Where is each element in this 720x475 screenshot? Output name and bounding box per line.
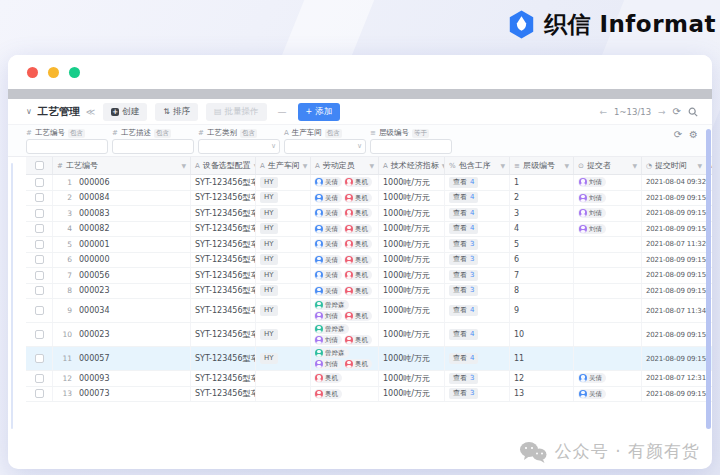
- column-header-工艺编号[interactable]: #工艺编号▼: [53, 157, 191, 174]
- person-name: 奥机: [355, 287, 368, 295]
- view-processes-button[interactable]: 查看3: [449, 270, 478, 281]
- column-header-包含工序[interactable]: %包含工序▼: [445, 157, 510, 174]
- table-row[interactable]: 8000023SYT-123456型车床HY吴倩奥机1000吨/万元查看3820…: [26, 284, 712, 300]
- window-close-button[interactable]: [27, 67, 38, 78]
- view-label: 查看: [453, 239, 467, 250]
- process-count: 4: [470, 177, 474, 188]
- table-row[interactable]: 3000083SYT-123456型车床HY吴倩奥机1000吨/万元查看43刘倩…: [26, 206, 712, 222]
- table-row[interactable]: 1000006SYT-123456型车床HY吴倩奥机1000吨/万元查看41刘倩…: [26, 175, 712, 191]
- filter-operator-tag: 包含: [154, 129, 171, 138]
- filter-input[interactable]: [370, 139, 452, 154]
- create-button[interactable]: + 创建: [103, 103, 147, 121]
- chevron-down-icon[interactable]: ▼: [181, 162, 186, 169]
- site-header: 织信 Informat: [0, 0, 720, 48]
- table-row[interactable]: 9000034SYT-123456型车床HY曾烨森刘倩奥机1000吨/万元查看4…: [26, 299, 712, 323]
- table-row[interactable]: 13000073SYT-123456型车床奥机1000吨/万元查看313吴倩20…: [26, 387, 712, 403]
- column-header-层级编号[interactable]: ≡层级编号▼: [510, 157, 574, 174]
- row-checkbox[interactable]: [35, 178, 44, 187]
- view-processes-button[interactable]: 查看3: [449, 239, 478, 250]
- vertical-scrollbar[interactable]: [706, 129, 711, 429]
- chevron-down-icon[interactable]: ▼: [303, 162, 308, 169]
- row-checkbox[interactable]: [35, 224, 44, 233]
- person-name: 奥机: [355, 178, 368, 186]
- select-all-checkbox[interactable]: [35, 161, 44, 170]
- row-checkbox[interactable]: [35, 271, 44, 280]
- toolbar-title-group: ∨ 工艺管理 ≪: [26, 105, 95, 119]
- column-header-生产车间[interactable]: A生产车间▼: [256, 157, 311, 174]
- view-processes-button[interactable]: 查看3: [449, 285, 478, 296]
- labor-cell: 吴倩奥机: [311, 175, 379, 190]
- view-processes-button[interactable]: 查看4: [449, 177, 478, 188]
- device-config-cell: SYT-123456型车床: [191, 323, 256, 346]
- gear-icon[interactable]: ⚙: [689, 130, 698, 140]
- search-icon[interactable]: [688, 107, 698, 117]
- process-count: 4: [470, 192, 474, 203]
- column-header-设备选型配置[interactable]: A设备选型配置▼: [191, 157, 256, 174]
- process-id-value: 000034: [79, 306, 110, 315]
- window-maximize-button[interactable]: [69, 67, 80, 78]
- process-id-cell: 8000023: [53, 284, 191, 299]
- person-name: 吴倩: [325, 287, 338, 295]
- filter-label: A生产车间包含: [284, 127, 366, 139]
- table-row[interactable]: 11000057SYT-123456型车床HY曾烨森刘倩奥机1000吨/万元查看…: [26, 347, 712, 371]
- add-button[interactable]: + 添加: [298, 103, 341, 121]
- row-checkbox[interactable]: [35, 354, 44, 363]
- table-row[interactable]: 5000001SYT-123456型车床HY吴倩奥机1000吨/万元查看3520…: [26, 237, 712, 253]
- view-processes-button[interactable]: 查看3: [449, 254, 478, 265]
- row-checkbox[interactable]: [35, 286, 44, 295]
- view-processes-button[interactable]: 查看3: [449, 373, 478, 384]
- view-processes-button[interactable]: 查看3: [449, 388, 478, 399]
- view-processes-button[interactable]: 查看4: [449, 223, 478, 234]
- column-header-提交时间[interactable]: ◔提交时间▼: [642, 157, 707, 174]
- sort-button[interactable]: ⇅ 排序: [155, 103, 198, 121]
- person-chip: 刘倩: [578, 208, 606, 218]
- table-row[interactable]: 12000093SYT-123456型车床奥机1000吨/万元查看312吴倩20…: [26, 371, 712, 387]
- row-checkbox[interactable]: [35, 240, 44, 249]
- refresh-icon[interactable]: ⟳: [673, 107, 681, 117]
- chevron-down-icon[interactable]: ▼: [697, 162, 702, 169]
- filter-input[interactable]: [26, 139, 108, 154]
- filter-select[interactable]: ∨: [198, 139, 280, 154]
- column-header-劳动定员[interactable]: A劳动定员▼: [311, 157, 379, 174]
- view-processes-button[interactable]: 查看4: [449, 305, 478, 316]
- submit-time-cell: 2021-08-04 09:32:15: [642, 175, 707, 190]
- view-processes-button[interactable]: 查看4: [449, 353, 478, 364]
- process-id-cell: 6000000: [53, 253, 191, 268]
- chevron-down-icon[interactable]: ▼: [500, 162, 505, 169]
- table-row[interactable]: 10000023SYT-123456型车床HY曾烨森刘倩奥机1000吨/万元查看…: [26, 323, 712, 347]
- column-header-技术经济指标[interactable]: A技术经济指标▼: [379, 157, 445, 174]
- table-row[interactable]: 2000084SYT-123456型车床HY吴倩奥机1000吨/万元查看42刘倩…: [26, 191, 712, 207]
- table-row[interactable]: 4000082SYT-123456型车床HY吴倩奥机1000吨/万元查看44刘倩…: [26, 222, 712, 238]
- filter-field-name: 生产车间: [292, 128, 322, 138]
- row-checkbox[interactable]: [35, 389, 44, 398]
- person-name: 吴倩: [589, 390, 602, 398]
- row-checkbox[interactable]: [35, 255, 44, 264]
- avatar: [345, 360, 353, 368]
- chevron-down-icon[interactable]: ▼: [369, 162, 374, 169]
- row-checkbox[interactable]: [35, 374, 44, 383]
- chevron-down-icon[interactable]: ∨: [26, 107, 32, 116]
- row-checkbox[interactable]: [35, 306, 44, 315]
- view-processes-button[interactable]: 查看4: [449, 208, 478, 219]
- refresh-icon[interactable]: ⟳: [674, 130, 682, 140]
- window-minimize-button[interactable]: [48, 67, 59, 78]
- included-processes-cell: 查看4: [445, 323, 510, 346]
- filter-input[interactable]: [112, 139, 194, 154]
- view-processes-button[interactable]: 查看4: [449, 192, 478, 203]
- chevron-down-icon[interactable]: ▼: [564, 162, 569, 169]
- row-checkbox[interactable]: [35, 193, 44, 202]
- prev-page-arrow-icon[interactable]: ←: [599, 107, 607, 117]
- next-page-arrow-icon[interactable]: →: [658, 107, 666, 117]
- batch-operations-button[interactable]: ▤ 批量操作: [206, 103, 267, 121]
- view-processes-button[interactable]: 查看4: [449, 329, 478, 340]
- chevron-down-icon[interactable]: ▼: [632, 162, 637, 169]
- table-row[interactable]: 7000056SYT-123456型车床HY吴倩奥机1000吨/万元查看3720…: [26, 268, 712, 284]
- row-select-cell: [26, 253, 53, 268]
- filter-select[interactable]: ∨: [284, 139, 366, 154]
- row-checkbox[interactable]: [35, 209, 44, 218]
- row-checkbox[interactable]: [35, 330, 44, 339]
- share-icon[interactable]: ≪: [86, 107, 95, 117]
- column-header-提交者[interactable]: ⊙提交者▼: [574, 157, 642, 174]
- table-row[interactable]: 6000000SYT-123456型车床HY吴倩奥机1000吨/万元查看3620…: [26, 253, 712, 269]
- left-scroll-indicator[interactable]: [11, 163, 13, 429]
